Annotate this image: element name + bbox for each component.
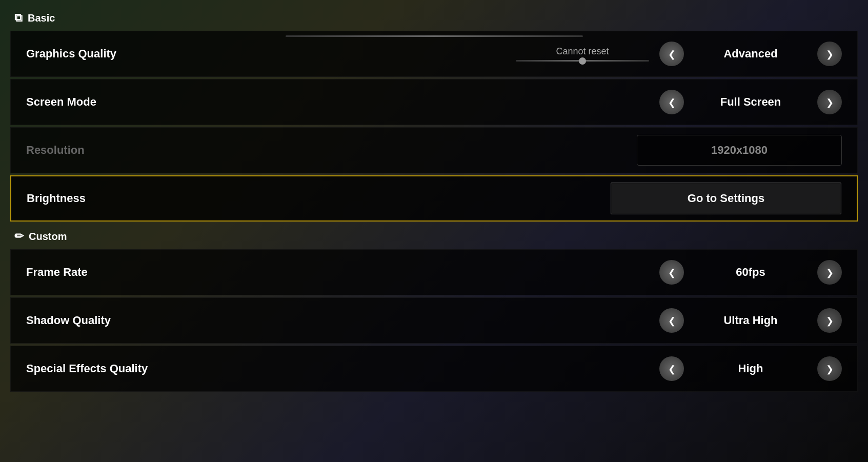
graphics-quality-controls: Cannot reset Advanced <box>506 42 842 66</box>
special-effects-quality-prev-button[interactable] <box>659 356 684 381</box>
graphics-quality-prev-button[interactable] <box>659 42 684 66</box>
frame-rate-value: 60fps <box>684 266 817 279</box>
setting-row-resolution: Resolution 1920x1080 <box>10 127 858 173</box>
setting-row-frame-rate: Frame Rate 60fps <box>10 249 858 295</box>
graphics-top-slider <box>286 35 583 37</box>
shadow-quality-value: Ultra High <box>684 314 817 327</box>
frame-rate-prev-button[interactable] <box>659 260 684 285</box>
shadow-quality-control: Ultra High <box>659 308 842 333</box>
setting-row-shadow-quality: Shadow Quality Ultra High <box>10 297 858 344</box>
special-effects-quality-next-button[interactable] <box>817 356 842 381</box>
special-effects-quality-label: Special Effects Quality <box>26 362 659 375</box>
cannot-reset-section: Cannot reset <box>506 46 659 62</box>
screen-mode-value: Full Screen <box>684 95 817 109</box>
frame-rate-control: 60fps <box>659 260 842 285</box>
frame-rate-label: Frame Rate <box>26 266 659 279</box>
screen-mode-control: Full Screen <box>659 90 842 114</box>
special-effects-quality-value: High <box>684 362 817 375</box>
chevron-left-icon <box>668 267 676 278</box>
screen-mode-next-button[interactable] <box>817 90 842 114</box>
graphics-quality-label: Graphics Quality <box>26 47 116 60</box>
screen-mode-prev-button[interactable] <box>659 90 684 114</box>
chevron-right-icon <box>826 48 834 60</box>
section-header-custom: Custom <box>10 224 858 249</box>
chevron-left-icon <box>668 363 676 375</box>
cannot-reset-label: Cannot reset <box>556 46 609 57</box>
frame-rate-next-button[interactable] <box>817 260 842 285</box>
shadow-quality-prev-button[interactable] <box>659 308 684 333</box>
section-header-basic: Basic <box>10 5 858 31</box>
setting-row-screen-mode: Screen Mode Full Screen <box>10 79 858 125</box>
graphics-slider-dot <box>579 57 586 65</box>
resolution-label: Resolution <box>26 144 637 157</box>
chevron-left-icon <box>668 48 676 60</box>
shadow-quality-next-button[interactable] <box>817 308 842 333</box>
grid-icon <box>14 11 23 25</box>
section-custom-label: Custom <box>29 231 67 243</box>
chevron-left-icon <box>668 96 676 108</box>
goto-settings-label: Go to Settings <box>688 192 764 205</box>
graphics-quality-next-button[interactable] <box>817 42 842 66</box>
graphics-quality-value: Advanced <box>684 47 817 61</box>
setting-row-special-effects-quality: Special Effects Quality High <box>10 346 858 392</box>
edit-icon <box>14 230 24 243</box>
graphics-quality-label-area: Graphics Quality <box>26 47 506 61</box>
graphics-slider-line <box>516 60 649 62</box>
setting-row-graphics-quality: Graphics Quality Cannot reset Advanced <box>10 31 858 77</box>
chevron-right-icon <box>826 267 834 278</box>
resolution-value: 1920x1080 <box>637 135 842 166</box>
chevron-right-icon <box>826 96 834 108</box>
goto-settings-button[interactable]: Go to Settings <box>611 183 841 214</box>
setting-row-brightness: Brightness Go to Settings <box>10 175 858 222</box>
settings-panel: Basic Graphics Quality Cannot reset Adva… <box>0 0 868 462</box>
section-basic-label: Basic <box>28 12 55 24</box>
chevron-left-icon <box>668 315 676 327</box>
screen-mode-label: Screen Mode <box>26 95 659 109</box>
chevron-right-icon <box>826 363 834 375</box>
brightness-label: Brightness <box>27 192 611 205</box>
chevron-right-icon <box>826 315 834 327</box>
shadow-quality-label: Shadow Quality <box>26 314 659 327</box>
special-effects-quality-control: High <box>659 356 842 381</box>
